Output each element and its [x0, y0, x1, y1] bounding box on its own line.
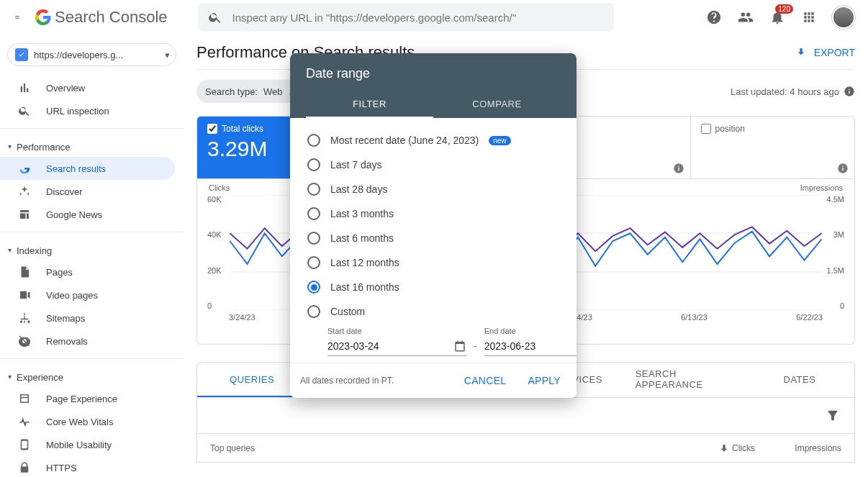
dialog-tab-filter[interactable]: FILTER — [306, 91, 433, 118]
radio-icon — [307, 305, 320, 318]
end-date-label: End date — [484, 327, 577, 335]
dialog-title: Date range — [306, 66, 561, 81]
date-option-7[interactable]: Custom — [304, 299, 562, 324]
option-label: Last 16 months — [330, 281, 399, 293]
date-option-6[interactable]: Last 16 months — [304, 275, 562, 299]
radio-icon — [307, 207, 320, 220]
option-label: Custom — [330, 306, 365, 317]
end-date-field: End date — [484, 327, 577, 356]
radio-icon — [307, 134, 320, 147]
radio-icon — [307, 232, 320, 245]
radio-icon — [307, 183, 320, 196]
option-label: Last 3 months — [330, 208, 394, 219]
radio-icon — [307, 256, 320, 269]
date-range-dialog: Date range FILTERCOMPARE Most recent dat… — [290, 53, 577, 398]
radio-icon — [307, 281, 320, 294]
option-label: Last 12 months — [330, 257, 399, 268]
start-date-label: Start date — [327, 327, 466, 335]
dialog-header: Date range FILTERCOMPARE — [290, 53, 577, 118]
footer-note: All dates recorded in PT. — [300, 376, 394, 386]
dialog-tab-compare[interactable]: COMPARE — [433, 91, 561, 118]
end-date-input[interactable] — [484, 340, 577, 352]
calendar-icon[interactable] — [453, 340, 466, 353]
date-option-3[interactable]: Last 3 months — [304, 201, 562, 226]
cancel-button[interactable]: CANCEL — [458, 371, 512, 391]
date-option-1[interactable]: Last 7 days — [304, 153, 562, 177]
apply-button[interactable]: APPLY — [522, 371, 566, 391]
start-date-field: Start date — [327, 327, 466, 356]
radio-icon — [307, 158, 320, 171]
date-option-2[interactable]: Last 28 days — [304, 177, 562, 201]
option-label: Most recent date (June 24, 2023) — [330, 135, 479, 146]
option-label: Last 7 days — [330, 159, 382, 171]
date-option-5[interactable]: Last 12 months — [304, 250, 562, 275]
new-badge: new — [489, 136, 510, 145]
custom-date-inputs: Start date-End date — [304, 324, 562, 363]
option-label: Last 6 months — [330, 232, 394, 244]
date-option-4[interactable]: Last 6 months — [304, 226, 562, 250]
date-option-0[interactable]: Most recent date (June 24, 2023)new — [304, 128, 562, 153]
start-date-input[interactable] — [327, 340, 453, 352]
dialog-footer: All dates recorded in PT. CANCEL APPLY — [290, 363, 577, 398]
option-label: Last 28 days — [330, 183, 387, 195]
dialog-body: Most recent date (June 24, 2023)newLast … — [290, 118, 577, 363]
date-separator: - — [474, 340, 477, 356]
